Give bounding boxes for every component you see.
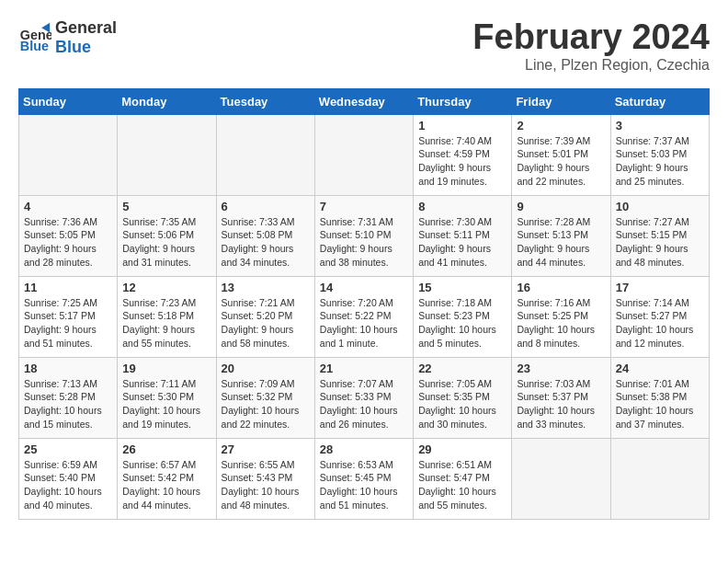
calendar-week-3: 11Sunrise: 7:25 AM Sunset: 5:17 PM Dayli… xyxy=(19,276,710,357)
calendar-cell: 12Sunrise: 7:23 AM Sunset: 5:18 PM Dayli… xyxy=(118,276,216,357)
day-info: Sunrise: 7:13 AM Sunset: 5:28 PM Dayligh… xyxy=(24,377,112,431)
day-number: 23 xyxy=(517,362,605,375)
day-info: Sunrise: 7:28 AM Sunset: 5:13 PM Dayligh… xyxy=(517,215,605,270)
calendar-cell: 1Sunrise: 7:40 AM Sunset: 4:59 PM Daylig… xyxy=(414,114,512,195)
day-number: 26 xyxy=(122,442,210,456)
day-info: Sunrise: 7:36 AM Sunset: 5:05 PM Dayligh… xyxy=(24,215,112,270)
day-info: Sunrise: 7:33 AM Sunset: 5:08 PM Dayligh… xyxy=(222,215,310,270)
day-number: 29 xyxy=(418,442,506,456)
day-number: 15 xyxy=(418,281,506,294)
weekday-header-saturday: Saturday xyxy=(610,88,709,114)
day-info: Sunrise: 7:23 AM Sunset: 5:18 PM Dayligh… xyxy=(122,296,210,350)
day-info: Sunrise: 7:20 AM Sunset: 5:22 PM Dayligh… xyxy=(320,296,408,350)
day-info: Sunrise: 7:30 AM Sunset: 5:11 PM Dayligh… xyxy=(418,215,506,270)
day-info: Sunrise: 7:39 AM Sunset: 5:01 PM Dayligh… xyxy=(517,134,605,189)
calendar-cell: 20Sunrise: 7:09 AM Sunset: 5:32 PM Dayli… xyxy=(216,357,314,438)
day-info: Sunrise: 7:31 AM Sunset: 5:10 PM Dayligh… xyxy=(320,215,408,270)
day-info: Sunrise: 7:07 AM Sunset: 5:33 PM Dayligh… xyxy=(320,377,408,431)
weekday-header-monday: Monday xyxy=(118,88,216,114)
day-number: 1 xyxy=(418,119,506,132)
calendar-cell: 27Sunrise: 6:55 AM Sunset: 5:43 PM Dayli… xyxy=(216,438,314,519)
day-number: 2 xyxy=(517,119,605,132)
calendar-cell: 24Sunrise: 7:01 AM Sunset: 5:38 PM Dayli… xyxy=(610,357,709,438)
calendar-cell: 29Sunrise: 6:51 AM Sunset: 5:47 PM Dayli… xyxy=(414,438,512,519)
calendar-cell: 4Sunrise: 7:36 AM Sunset: 5:05 PM Daylig… xyxy=(19,195,118,276)
day-info: Sunrise: 7:05 AM Sunset: 5:35 PM Dayligh… xyxy=(418,377,506,431)
day-number: 11 xyxy=(24,281,112,294)
day-number: 18 xyxy=(24,362,112,375)
day-info: Sunrise: 7:16 AM Sunset: 5:25 PM Dayligh… xyxy=(517,296,605,350)
calendar-table: SundayMondayTuesdayWednesdayThursdayFrid… xyxy=(18,88,710,520)
weekday-header-wednesday: Wednesday xyxy=(314,88,413,114)
calendar-cell: 3Sunrise: 7:37 AM Sunset: 5:03 PM Daylig… xyxy=(610,114,709,195)
day-info: Sunrise: 7:25 AM Sunset: 5:17 PM Dayligh… xyxy=(24,296,112,350)
day-number: 28 xyxy=(320,442,408,456)
calendar-cell: 6Sunrise: 7:33 AM Sunset: 5:08 PM Daylig… xyxy=(216,195,314,276)
calendar-cell xyxy=(118,114,216,195)
day-number: 7 xyxy=(320,200,408,213)
day-info: Sunrise: 7:27 AM Sunset: 5:15 PM Dayligh… xyxy=(616,215,704,270)
day-info: Sunrise: 6:59 AM Sunset: 5:40 PM Dayligh… xyxy=(24,458,112,512)
calendar-cell xyxy=(314,114,413,195)
calendar-subtitle: Line, Plzen Region, Czechia xyxy=(472,57,710,74)
calendar-cell: 23Sunrise: 7:03 AM Sunset: 5:37 PM Dayli… xyxy=(512,357,610,438)
day-number: 3 xyxy=(616,119,704,132)
page-header: General Blue General Blue February 2024 … xyxy=(18,18,710,74)
day-info: Sunrise: 7:37 AM Sunset: 5:03 PM Dayligh… xyxy=(616,134,704,189)
calendar-cell: 2Sunrise: 7:39 AM Sunset: 5:01 PM Daylig… xyxy=(512,114,610,195)
day-number: 21 xyxy=(320,362,408,375)
calendar-cell: 22Sunrise: 7:05 AM Sunset: 5:35 PM Dayli… xyxy=(414,357,512,438)
day-info: Sunrise: 6:57 AM Sunset: 5:42 PM Dayligh… xyxy=(122,458,210,512)
calendar-cell xyxy=(610,438,709,519)
calendar-week-4: 18Sunrise: 7:13 AM Sunset: 5:28 PM Dayli… xyxy=(19,357,710,438)
calendar-week-2: 4Sunrise: 7:36 AM Sunset: 5:05 PM Daylig… xyxy=(19,195,710,276)
day-number: 25 xyxy=(24,442,112,456)
day-number: 8 xyxy=(418,200,506,213)
day-info: Sunrise: 7:09 AM Sunset: 5:32 PM Dayligh… xyxy=(222,377,310,431)
calendar-cell xyxy=(19,114,118,195)
day-info: Sunrise: 7:21 AM Sunset: 5:20 PM Dayligh… xyxy=(222,296,310,350)
calendar-cell: 10Sunrise: 7:27 AM Sunset: 5:15 PM Dayli… xyxy=(610,195,709,276)
day-number: 16 xyxy=(517,281,605,294)
svg-text:Blue: Blue xyxy=(20,39,49,53)
calendar-cell: 8Sunrise: 7:30 AM Sunset: 5:11 PM Daylig… xyxy=(414,195,512,276)
weekday-header-friday: Friday xyxy=(512,88,610,114)
calendar-week-1: 1Sunrise: 7:40 AM Sunset: 4:59 PM Daylig… xyxy=(19,114,710,195)
calendar-cell: 13Sunrise: 7:21 AM Sunset: 5:20 PM Dayli… xyxy=(216,276,314,357)
day-info: Sunrise: 7:14 AM Sunset: 5:27 PM Dayligh… xyxy=(616,296,704,350)
day-number: 4 xyxy=(24,200,112,213)
day-number: 22 xyxy=(418,362,506,375)
weekday-header-thursday: Thursday xyxy=(414,88,512,114)
day-number: 9 xyxy=(517,200,605,213)
calendar-cell: 26Sunrise: 6:57 AM Sunset: 5:42 PM Dayli… xyxy=(118,438,216,519)
day-info: Sunrise: 7:35 AM Sunset: 5:06 PM Dayligh… xyxy=(122,215,210,270)
calendar-body: 1Sunrise: 7:40 AM Sunset: 4:59 PM Daylig… xyxy=(19,114,710,519)
logo-line1: General xyxy=(55,18,117,38)
day-info: Sunrise: 7:40 AM Sunset: 4:59 PM Dayligh… xyxy=(418,134,506,189)
logo-line2: Blue xyxy=(55,38,117,57)
calendar-cell: 21Sunrise: 7:07 AM Sunset: 5:33 PM Dayli… xyxy=(314,357,413,438)
day-number: 24 xyxy=(616,362,704,375)
day-number: 20 xyxy=(222,362,310,375)
day-info: Sunrise: 7:18 AM Sunset: 5:23 PM Dayligh… xyxy=(418,296,506,350)
calendar-cell: 15Sunrise: 7:18 AM Sunset: 5:23 PM Dayli… xyxy=(414,276,512,357)
day-info: Sunrise: 6:53 AM Sunset: 5:45 PM Dayligh… xyxy=(320,458,408,512)
day-number: 12 xyxy=(122,281,210,294)
calendar-title: February 2024 xyxy=(472,18,710,57)
day-number: 13 xyxy=(222,281,310,294)
calendar-cell xyxy=(216,114,314,195)
day-number: 5 xyxy=(122,200,210,213)
day-info: Sunrise: 6:51 AM Sunset: 5:47 PM Dayligh… xyxy=(418,458,506,512)
logo-icon: General Blue xyxy=(18,21,51,54)
calendar-cell: 11Sunrise: 7:25 AM Sunset: 5:17 PM Dayli… xyxy=(19,276,118,357)
weekday-header-sunday: Sunday xyxy=(19,88,118,114)
day-number: 19 xyxy=(122,362,210,375)
calendar-cell: 14Sunrise: 7:20 AM Sunset: 5:22 PM Dayli… xyxy=(314,276,413,357)
logo: General Blue General Blue xyxy=(18,18,117,57)
calendar-cell: 19Sunrise: 7:11 AM Sunset: 5:30 PM Dayli… xyxy=(118,357,216,438)
day-number: 27 xyxy=(222,442,310,456)
calendar-cell: 17Sunrise: 7:14 AM Sunset: 5:27 PM Dayli… xyxy=(610,276,709,357)
title-block: February 2024 Line, Plzen Region, Czechi… xyxy=(472,18,710,74)
calendar-cell xyxy=(512,438,610,519)
day-info: Sunrise: 7:11 AM Sunset: 5:30 PM Dayligh… xyxy=(122,377,210,431)
